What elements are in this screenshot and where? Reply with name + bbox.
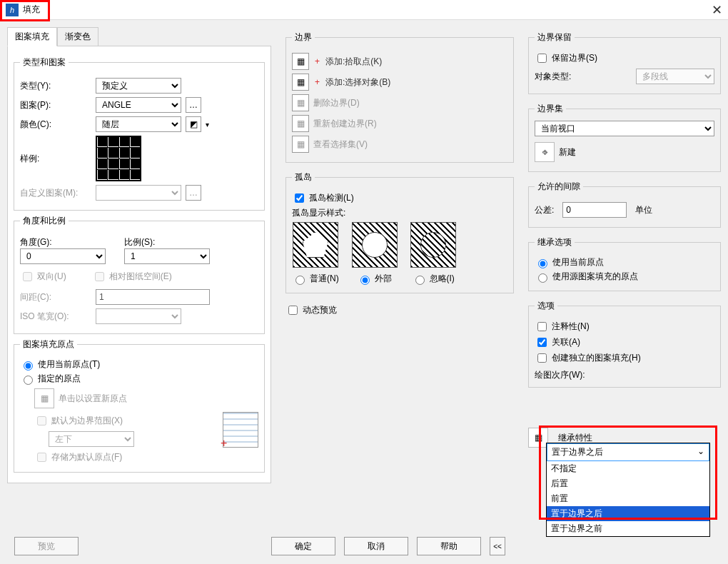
tab-gradient[interactable]: 渐变色 [57,27,98,46]
select-pattern[interactable]: ANGLE [96,97,181,113]
chevron-down-icon: ⌄ [697,446,704,458]
btn-new-boundary[interactable]: 新建 [559,146,576,158]
preview-button: 预览 [14,537,79,555]
check-annotative[interactable] [537,322,547,331]
group-boundary: 边界 ▦+添加:拾取点(K) ▦+添加:选择对象(B) ▦删除边界(D) ▦重新… [285,31,514,163]
legend-boundary-keep: 边界保留 [535,31,575,44]
plus-icon: + [315,56,320,66]
collapse-button[interactable]: << [490,537,505,555]
new-boundary-icon[interactable]: ⎆ [535,142,555,162]
legend-angle-scale: 角度和比例 [20,215,69,227]
legend-type-pattern: 类型和图案 [20,56,69,69]
legend-islands: 孤岛 [292,171,315,183]
close-icon[interactable]: ✕ [712,2,722,18]
group-inherit: 继承选项 使用当前原点 使用源图案填充的原点 [528,236,721,291]
pick-origin-icon: ▦ [34,388,54,408]
group-islands: 孤岛 孤岛检测(L) 孤岛显示样式: 普通(N) 外部 忽略(I) [285,171,514,293]
label-obj-type: 对象类型: [535,71,571,83]
label-sample: 样例: [20,153,91,165]
legend-gap: 允许的间隙 [535,181,583,193]
add-select-icon[interactable]: ▦ [292,74,309,91]
island-preview-ignore[interactable] [410,222,456,268]
group-type-pattern: 类型和图案 类型(Y): 预定义 图案(P): ANGLE … 颜色(C): 随… [14,56,265,211]
delete-boundary-icon: ▦ [292,94,309,111]
check-associative[interactable] [537,338,547,347]
check-bidir [23,272,32,281]
group-angle-scale: 角度和比例 角度(G): 0 比例(S): 1 双向(U) 相对图纸空间(E) [14,215,265,334]
draw-order-dropdown[interactable]: 置于边界之后⌄ 不指定 后置 前置 置于边界之后 置于边界之前 [546,443,710,537]
select-type[interactable]: 预定义 [96,78,181,94]
radio-inherit-source[interactable] [538,273,547,283]
add-pick-icon[interactable]: ▦ [292,53,309,70]
check-store-default [37,453,46,462]
view-selection-icon: ▦ [292,136,309,153]
radio-inherit-current[interactable] [538,259,547,268]
pattern-browse-button[interactable]: … [186,97,201,113]
label-island-style: 孤岛显示样式: [292,207,507,219]
plus-icon-2: + [315,77,320,87]
custom-browse-button: … [186,185,201,201]
draw-order-selected[interactable]: 置于边界之后⌄ [547,443,709,461]
check-dynamic-preview[interactable] [288,306,298,315]
group-options: 选项 注释性(N) 关联(A) 创建独立的图案填充(H) 绘图次序(W): [528,300,721,388]
label-iso: ISO 笔宽(O): [20,311,91,323]
select-boundary-set[interactable]: 当前视口 [535,121,714,136]
select-scale[interactable]: 1 [124,248,210,264]
check-keep-boundary[interactable] [537,54,547,63]
select-custom [96,185,181,201]
draw-order-opt-1[interactable]: 后置 [547,476,709,491]
tab-pattern[interactable]: 图案填充 [7,27,57,46]
label-angle: 角度(G): [20,236,120,248]
legend-options: 选项 [535,300,557,312]
cmd-inherit-props[interactable]: 继承特性 [558,432,592,444]
input-tolerance[interactable] [562,202,627,218]
label-spacing: 间距(C): [20,291,91,303]
check-independent[interactable] [537,353,547,363]
select-angle[interactable]: 0 [20,248,106,264]
select-obj-type: 多段线 [636,69,714,84]
cmd-recreate: 重新创建边界(R) [313,118,377,130]
cmd-add-select[interactable]: 添加:选择对象(B) [325,76,390,89]
group-origin: 图案填充原点 使用当前原点(T) 指定的原点 ▦ 单击以设置新原点 默认为边界范… [14,338,265,473]
legend-origin: 图案填充原点 [20,338,77,351]
label-custom: 自定义图案(M): [20,187,91,199]
radio-island-outer[interactable] [360,276,370,285]
label-color: 颜色(C): [20,119,91,131]
select-iso [96,308,181,324]
group-gap: 允许的间隙 公差:单位 [528,181,721,228]
label-unit: 单位 [635,204,652,216]
color-swatch-button[interactable]: ◩ [186,116,201,132]
cmd-view-sel: 查看选择集(V) [313,139,368,151]
help-button[interactable]: 帮助 [417,537,481,555]
draw-order-opt-0[interactable]: 不指定 [547,461,709,476]
origin-preview [223,412,258,448]
island-preview-normal[interactable] [293,222,338,268]
check-default-boundary [37,416,46,425]
dropdown-icon[interactable]: ▾ [206,121,209,129]
cmd-delete: 删除边界(D) [313,97,360,109]
group-boundary-keep: 边界保留 保留边界(S) 对象类型:多段线 [528,31,721,94]
label-type: 类型(Y): [20,80,91,92]
input-spacing [96,289,210,305]
radio-specified-origin[interactable] [24,376,33,385]
ok-button[interactable]: 确定 [271,537,335,555]
select-color[interactable]: 随层 [96,116,181,132]
draw-order-opt-3[interactable]: 置于边界之后 [547,506,709,521]
label-scale: 比例(S): [124,236,210,248]
legend-inherit: 继承选项 [535,236,575,248]
cmd-add-pick[interactable]: 添加:拾取点(K) [325,56,382,68]
legend-boundary: 边界 [292,31,315,44]
radio-use-current-origin[interactable] [24,361,33,371]
check-island-detect[interactable] [295,193,304,203]
inherit-props-icon[interactable]: ▦ [528,428,548,448]
label-click-set: 单击以设置新原点 [59,393,127,405]
draw-order-opt-2[interactable]: 前置 [547,491,709,506]
cancel-button[interactable]: 取消 [344,537,408,555]
radio-island-normal[interactable] [295,276,305,285]
app-icon: h [6,4,19,16]
radio-island-ignore[interactable] [415,276,425,285]
draw-order-opt-4[interactable]: 置于边界之前 [547,521,709,536]
label-draw-order: 绘图次序(W): [535,369,714,381]
sample-preview[interactable] [96,136,141,181]
island-preview-outer[interactable] [352,222,398,268]
